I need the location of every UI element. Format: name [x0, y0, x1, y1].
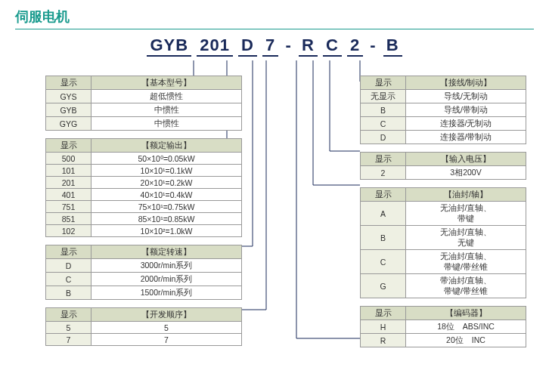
th: 【油封/轴】 [406, 188, 526, 202]
cell-desc: 75×10¹=0.75kW [92, 201, 242, 213]
cell-code: B [361, 226, 406, 250]
cell-code: 751 [46, 201, 92, 213]
cell-code: G [361, 274, 406, 298]
cell-desc: 10×10¹=0.1kW [92, 165, 242, 177]
cell-code: 无显示 [361, 90, 406, 103]
th: 显示 [361, 307, 406, 320]
sep1: - [284, 35, 293, 55]
th: 【基本型号】 [92, 76, 242, 90]
seg-speed: D [238, 35, 257, 57]
cell-desc: 5 [92, 322, 242, 334]
table-speed: 显示【额定转速】 D3000r/min系列C2000r/min系列B1500r/… [45, 245, 242, 300]
cell-desc: 带油封/直轴、带键/带丝锥 [406, 274, 526, 298]
table-basic: 显示【基本型号】 GYS超低惯性GYB中惯性GYG中惯性 [45, 76, 242, 131]
cell-desc: 20位 INC [406, 334, 526, 347]
th: 【额定转速】 [92, 245, 242, 259]
th: 【编码器】 [406, 307, 526, 320]
cell-code: B [361, 103, 406, 117]
seg-seal: C [323, 35, 342, 57]
cell-code: D [361, 131, 406, 144]
cell-desc: 20×10¹=0.2kW [92, 177, 242, 189]
cell-code: R [361, 334, 406, 347]
cell-desc: 无油封/直轴、无键 [406, 226, 526, 250]
cell-code: GYG [46, 117, 92, 131]
table-encoder: 显示【编码器】 H18位 ABS/INCR20位 INC [360, 306, 526, 347]
th: 显示 [46, 139, 92, 153]
th: 显示 [361, 188, 406, 202]
seg-encoder: R [299, 35, 318, 57]
th: 【输入电压】 [406, 153, 526, 166]
table-voltage: 显示【输入电压】 23相200V [360, 152, 526, 180]
cell-desc: 中惯性 [92, 117, 242, 131]
part-number: GYB 201 D 7 - R C 2 - B [0, 35, 549, 57]
seg-dev: 7 [262, 35, 278, 57]
table-output: 显示【额定输出】 50050×10⁰=0.05kW10110×10¹=0.1kW… [45, 138, 242, 237]
cell-desc: 导线/无制动 [406, 90, 526, 103]
cell-code: H [361, 320, 406, 334]
th: 【额定输出】 [92, 139, 242, 153]
cell-desc: 85×10¹=0.85kW [92, 213, 242, 225]
cell-desc: 中惯性 [92, 103, 242, 117]
cell-code: C [46, 273, 92, 286]
table-seal: 显示【油封/轴】 A无油封/直轴、带键B无油封/直轴、无键C无油封/直轴、带键/… [360, 187, 526, 298]
th: 显示 [46, 245, 92, 259]
cell-code: 500 [46, 153, 92, 165]
cell-desc: 连接器/带制动 [406, 131, 526, 144]
th: 显示 [46, 308, 92, 322]
cell-code: 102 [46, 225, 92, 237]
cell-desc: 无油封/直轴、带键 [406, 202, 526, 226]
cell-code: GYB [46, 103, 92, 117]
cell-code: 851 [46, 213, 92, 225]
cell-desc: 1500r/min系列 [92, 286, 242, 300]
th: 显示 [361, 153, 406, 166]
seg-wire: B [383, 35, 402, 57]
cell-code: D [46, 259, 92, 273]
cell-desc: 40×10¹=0.4kW [92, 189, 242, 201]
seg-basic: GYB [147, 35, 191, 57]
cell-code: C [361, 117, 406, 131]
cell-code: 201 [46, 177, 92, 189]
th: 【开发顺序】 [92, 308, 242, 322]
th: 显示 [46, 76, 92, 90]
cell-code: GYS [46, 90, 92, 103]
sep2: - [368, 35, 377, 55]
cell-code: A [361, 202, 406, 226]
cell-code: 7 [46, 334, 92, 346]
th: 【接线/制动】 [406, 76, 526, 90]
cell-desc: 3相200V [406, 166, 526, 180]
cell-desc: 50×10⁰=0.05kW [92, 153, 242, 165]
cell-desc: 导线/带制动 [406, 103, 526, 117]
table-wire: 显示【接线/制动】 无显示导线/无制动B导线/带制动C连接器/无制动D连接器/带… [360, 76, 526, 144]
cell-desc: 超低惯性 [92, 90, 242, 103]
cell-code: C [361, 250, 406, 274]
cell-code: B [46, 286, 92, 300]
cell-desc: 3000r/min系列 [92, 259, 242, 273]
seg-output: 201 [197, 35, 233, 57]
cell-code: 401 [46, 189, 92, 201]
cell-desc: 2000r/min系列 [92, 273, 242, 286]
title-underline [15, 29, 534, 29]
cell-code: 5 [46, 322, 92, 334]
page-title: 伺服电机 [0, 0, 549, 29]
cell-desc: 无油封/直轴、带键/带丝锥 [406, 250, 526, 274]
cell-code: 2 [361, 166, 406, 180]
cell-desc: 连接器/无制动 [406, 117, 526, 131]
cell-code: 101 [46, 165, 92, 177]
cell-desc: 10×10²=1.0kW [92, 225, 242, 237]
cell-desc: 7 [92, 334, 242, 346]
table-dev: 显示【开发顺序】 5577 [45, 307, 242, 346]
th: 显示 [361, 76, 406, 90]
cell-desc: 18位 ABS/INC [406, 320, 526, 334]
seg-voltage: 2 [347, 35, 363, 57]
